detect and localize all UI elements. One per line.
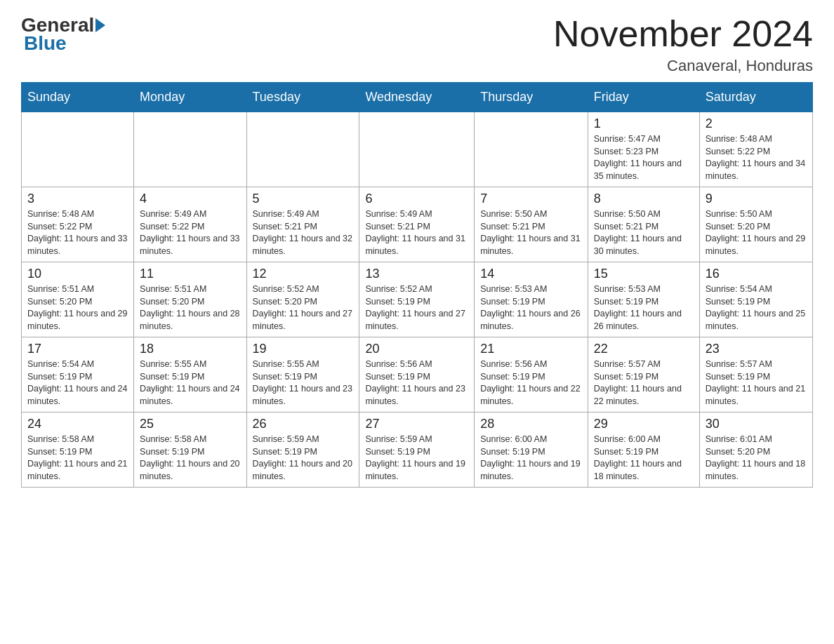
table-row: 3Sunrise: 5:48 AMSunset: 5:22 PMDaylight…	[22, 187, 134, 262]
day-info: Sunrise: 5:53 AMSunset: 5:19 PMDaylight:…	[594, 283, 694, 333]
day-info: Sunrise: 5:50 AMSunset: 5:20 PMDaylight:…	[706, 208, 807, 257]
day-info: Sunrise: 6:00 AMSunset: 5:19 PMDaylight:…	[594, 434, 694, 483]
day-info: Sunrise: 5:51 AMSunset: 5:20 PMDaylight:…	[140, 283, 240, 333]
table-row: 27Sunrise: 5:59 AMSunset: 5:19 PMDayligh…	[359, 412, 475, 488]
table-row	[22, 112, 134, 187]
logo: General Blue	[21, 14, 107, 55]
day-number: 9	[706, 192, 807, 206]
title-area: November 2024 Canaveral, Honduras	[553, 14, 813, 75]
day-info: Sunrise: 5:49 AMSunset: 5:22 PMDaylight:…	[140, 208, 240, 257]
day-number: 18	[140, 342, 240, 356]
location-title: Canaveral, Honduras	[553, 57, 813, 75]
table-row: 4Sunrise: 5:49 AMSunset: 5:22 PMDaylight…	[134, 187, 246, 262]
table-row: 10Sunrise: 5:51 AMSunset: 5:20 PMDayligh…	[22, 262, 134, 337]
table-row: 20Sunrise: 5:56 AMSunset: 5:19 PMDayligh…	[359, 337, 475, 412]
day-info: Sunrise: 5:49 AMSunset: 5:21 PMDaylight:…	[253, 208, 354, 257]
day-number: 28	[480, 417, 582, 431]
day-number: 30	[706, 417, 807, 431]
day-number: 22	[594, 342, 694, 356]
calendar-week-row: 10Sunrise: 5:51 AMSunset: 5:20 PMDayligh…	[22, 262, 813, 337]
page-header: General Blue November 2024 Canaveral, Ho…	[21, 14, 813, 75]
table-row: 14Sunrise: 5:53 AMSunset: 5:19 PMDayligh…	[475, 262, 588, 337]
table-row: 19Sunrise: 5:55 AMSunset: 5:19 PMDayligh…	[246, 337, 359, 412]
day-number: 19	[253, 342, 354, 356]
day-info: Sunrise: 5:49 AMSunset: 5:21 PMDaylight:…	[365, 208, 468, 257]
day-info: Sunrise: 5:55 AMSunset: 5:19 PMDaylight:…	[140, 358, 240, 408]
day-number: 13	[365, 267, 468, 281]
day-info: Sunrise: 5:53 AMSunset: 5:19 PMDaylight:…	[480, 283, 582, 333]
day-number: 2	[706, 116, 807, 131]
calendar-week-row: 17Sunrise: 5:54 AMSunset: 5:19 PMDayligh…	[22, 337, 813, 412]
table-row: 6Sunrise: 5:49 AMSunset: 5:21 PMDaylight…	[359, 187, 475, 262]
day-info: Sunrise: 5:52 AMSunset: 5:20 PMDaylight:…	[253, 283, 354, 333]
day-number: 12	[253, 267, 354, 281]
table-row: 16Sunrise: 5:54 AMSunset: 5:19 PMDayligh…	[699, 262, 812, 337]
table-row	[246, 112, 359, 187]
table-row	[359, 112, 475, 187]
calendar-week-row: 1Sunrise: 5:47 AMSunset: 5:23 PMDaylight…	[22, 112, 813, 187]
header-monday: Monday	[134, 83, 246, 112]
day-number: 3	[27, 192, 128, 206]
day-info: Sunrise: 5:47 AMSunset: 5:23 PMDaylight:…	[594, 133, 694, 182]
day-number: 10	[27, 267, 128, 281]
table-row: 11Sunrise: 5:51 AMSunset: 5:20 PMDayligh…	[134, 262, 246, 337]
header-sunday: Sunday	[22, 83, 134, 112]
day-number: 20	[365, 342, 468, 356]
day-info: Sunrise: 5:57 AMSunset: 5:19 PMDaylight:…	[706, 358, 807, 408]
day-number: 16	[706, 267, 807, 281]
header-tuesday: Tuesday	[246, 83, 359, 112]
day-info: Sunrise: 6:01 AMSunset: 5:20 PMDaylight:…	[706, 434, 807, 483]
day-number: 23	[706, 342, 807, 356]
logo-blue-text: Blue	[24, 32, 67, 54]
table-row: 23Sunrise: 5:57 AMSunset: 5:19 PMDayligh…	[699, 337, 812, 412]
day-number: 27	[365, 417, 468, 431]
calendar-week-row: 3Sunrise: 5:48 AMSunset: 5:22 PMDaylight…	[22, 187, 813, 262]
header-thursday: Thursday	[475, 83, 588, 112]
table-row: 24Sunrise: 5:58 AMSunset: 5:19 PMDayligh…	[22, 412, 134, 488]
day-number: 11	[140, 267, 240, 281]
table-row: 1Sunrise: 5:47 AMSunset: 5:23 PMDaylight…	[588, 112, 699, 187]
day-number: 24	[27, 417, 128, 431]
header-friday: Friday	[588, 83, 699, 112]
table-row: 15Sunrise: 5:53 AMSunset: 5:19 PMDayligh…	[588, 262, 699, 337]
day-info: Sunrise: 5:59 AMSunset: 5:19 PMDaylight:…	[365, 434, 468, 483]
day-info: Sunrise: 5:48 AMSunset: 5:22 PMDaylight:…	[27, 208, 128, 257]
logo-arrow-icon	[95, 18, 105, 32]
day-number: 4	[140, 192, 240, 206]
day-number: 29	[594, 417, 694, 431]
table-row: 8Sunrise: 5:50 AMSunset: 5:21 PMDaylight…	[588, 187, 699, 262]
day-number: 6	[365, 192, 468, 206]
day-info: Sunrise: 5:54 AMSunset: 5:19 PMDaylight:…	[706, 283, 807, 333]
day-info: Sunrise: 5:56 AMSunset: 5:19 PMDaylight:…	[365, 358, 468, 408]
calendar-week-row: 24Sunrise: 5:58 AMSunset: 5:19 PMDayligh…	[22, 412, 813, 488]
table-row	[475, 112, 588, 187]
table-row: 13Sunrise: 5:52 AMSunset: 5:19 PMDayligh…	[359, 262, 475, 337]
day-number: 26	[253, 417, 354, 431]
table-row: 17Sunrise: 5:54 AMSunset: 5:19 PMDayligh…	[22, 337, 134, 412]
table-row: 22Sunrise: 5:57 AMSunset: 5:19 PMDayligh…	[588, 337, 699, 412]
day-info: Sunrise: 5:48 AMSunset: 5:22 PMDaylight:…	[706, 133, 807, 182]
table-row: 29Sunrise: 6:00 AMSunset: 5:19 PMDayligh…	[588, 412, 699, 488]
month-title: November 2024	[553, 14, 813, 54]
day-info: Sunrise: 5:58 AMSunset: 5:19 PMDaylight:…	[140, 434, 240, 483]
table-row: 18Sunrise: 5:55 AMSunset: 5:19 PMDayligh…	[134, 337, 246, 412]
table-row: 9Sunrise: 5:50 AMSunset: 5:20 PMDaylight…	[699, 187, 812, 262]
table-row: 21Sunrise: 5:56 AMSunset: 5:19 PMDayligh…	[475, 337, 588, 412]
day-info: Sunrise: 5:57 AMSunset: 5:19 PMDaylight:…	[594, 358, 694, 408]
day-info: Sunrise: 5:51 AMSunset: 5:20 PMDaylight:…	[27, 283, 128, 333]
day-info: Sunrise: 6:00 AMSunset: 5:19 PMDaylight:…	[480, 434, 582, 483]
day-number: 25	[140, 417, 240, 431]
table-row: 26Sunrise: 5:59 AMSunset: 5:19 PMDayligh…	[246, 412, 359, 488]
day-info: Sunrise: 5:56 AMSunset: 5:19 PMDaylight:…	[480, 358, 582, 408]
table-row: 12Sunrise: 5:52 AMSunset: 5:20 PMDayligh…	[246, 262, 359, 337]
day-number: 14	[480, 267, 582, 281]
day-info: Sunrise: 5:50 AMSunset: 5:21 PMDaylight:…	[594, 208, 694, 257]
table-row: 5Sunrise: 5:49 AMSunset: 5:21 PMDaylight…	[246, 187, 359, 262]
day-number: 17	[27, 342, 128, 356]
table-row	[134, 112, 246, 187]
calendar-table: Sunday Monday Tuesday Wednesday Thursday…	[21, 82, 813, 488]
day-info: Sunrise: 5:54 AMSunset: 5:19 PMDaylight:…	[27, 358, 128, 408]
table-row: 25Sunrise: 5:58 AMSunset: 5:19 PMDayligh…	[134, 412, 246, 488]
day-number: 15	[594, 267, 694, 281]
table-row: 2Sunrise: 5:48 AMSunset: 5:22 PMDaylight…	[699, 112, 812, 187]
